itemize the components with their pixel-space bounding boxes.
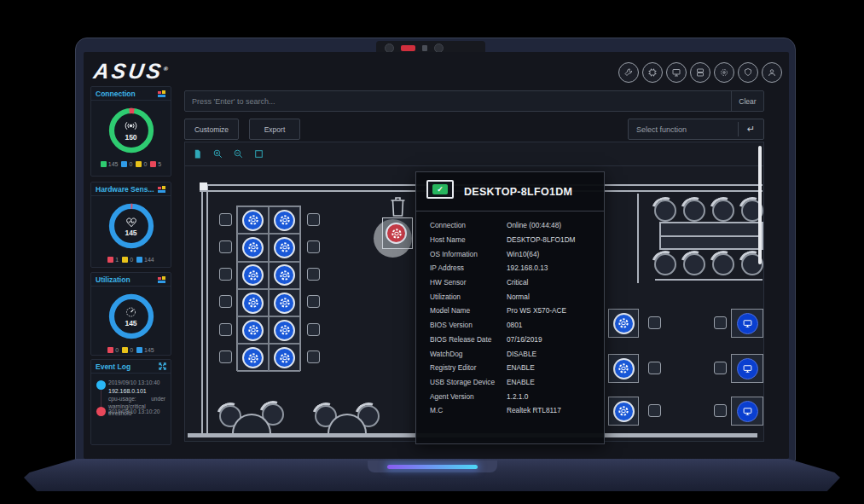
chair xyxy=(714,316,727,329)
device-ok-icon[interactable] xyxy=(242,264,264,286)
device-ok-icon[interactable] xyxy=(242,347,264,368)
panel-connection: Connection 150 xyxy=(90,86,171,177)
hardware-sensor-legend: 1 0 144 xyxy=(107,252,154,266)
zoom-in-icon[interactable] xyxy=(212,148,223,159)
grid-cell xyxy=(269,316,300,344)
heart-pulse-icon xyxy=(125,216,138,228)
device-ok-icon[interactable] xyxy=(274,320,295,341)
connection-total: 150 xyxy=(125,133,136,142)
laptop-base xyxy=(24,459,840,491)
rect-select-icon[interactable] xyxy=(253,148,264,159)
popup-row: HW SensorCritical xyxy=(416,275,604,290)
document-icon[interactable] xyxy=(192,148,203,159)
check-glyph: ✓ xyxy=(432,184,448,194)
export-button[interactable]: Export xyxy=(249,119,300,140)
wall-right-room xyxy=(637,194,639,283)
grid-cell xyxy=(269,234,300,261)
account-icon[interactable] xyxy=(762,62,782,83)
legend-swatch-normal xyxy=(136,257,142,263)
row-value: Normal xyxy=(507,293,530,301)
device-ok-icon[interactable] xyxy=(242,293,264,314)
desk-cell xyxy=(608,354,639,383)
device-table-grid xyxy=(236,206,301,371)
select-function-dropdown[interactable]: Select function ↵ xyxy=(628,119,764,140)
speedometer-icon xyxy=(125,306,137,318)
popup-row: M.CRealtek RTL8117 xyxy=(416,403,604,418)
chair xyxy=(307,295,320,308)
legend-count: 0 xyxy=(129,161,132,167)
device-ok-icon[interactable] xyxy=(242,320,264,341)
row-label: Registry Editor xyxy=(416,363,507,372)
legend-swatch-info xyxy=(121,161,127,167)
device-ok-icon[interactable] xyxy=(242,237,264,258)
row-value: Win10(64) xyxy=(507,250,539,258)
grid-cell xyxy=(269,289,300,316)
device-ok-icon[interactable] xyxy=(274,347,295,368)
mini-chart-icon[interactable] xyxy=(158,186,166,193)
monitor-device-icon[interactable] xyxy=(737,358,758,379)
device-ok-icon[interactable] xyxy=(274,237,295,258)
legend-count: 144 xyxy=(144,257,154,263)
chair xyxy=(714,362,727,374)
legend-count: 0 xyxy=(115,347,119,353)
row-label: Agent Version xyxy=(416,392,507,401)
wall-left xyxy=(201,184,208,435)
popup-row: Registry EditorENABLE xyxy=(416,361,604,375)
expand-icon[interactable] xyxy=(159,362,166,370)
mini-chart-icon[interactable] xyxy=(158,276,166,283)
panel-event-log: Event Log 2019/09/10 13:10:40 192.168.0.… xyxy=(90,359,171,445)
popup-row: WatchDogDISABLE xyxy=(416,346,604,361)
device-ok-icon[interactable] xyxy=(613,358,635,379)
broadcast-icon xyxy=(124,119,138,132)
device-ok-icon[interactable] xyxy=(274,264,295,286)
popup-row: Host NameDESKTOP-8LFO1DM xyxy=(416,233,604,247)
round-chair xyxy=(712,253,734,275)
desk-cell xyxy=(731,309,763,338)
clear-button[interactable]: Clear xyxy=(731,91,763,111)
chair xyxy=(219,240,232,253)
device-ok-icon[interactable] xyxy=(274,210,295,231)
desk-cell xyxy=(608,309,639,338)
monitor-device-icon[interactable] xyxy=(737,401,758,422)
event-timestamp: 2019/09/10 13:10:20 xyxy=(108,408,160,416)
desk-cell xyxy=(731,397,763,426)
zoom-out-icon[interactable] xyxy=(233,148,244,159)
chair xyxy=(219,350,232,363)
hardware-sensor-gauge[interactable]: 145 xyxy=(105,200,158,252)
device-ok-icon[interactable] xyxy=(242,210,264,231)
row-value: Realtek RTL8117 xyxy=(507,406,561,414)
utilization-gauge[interactable]: 145 xyxy=(105,290,158,343)
row-value: Online (00:44:48) xyxy=(507,221,561,229)
event-ip: 192.168.0.101 xyxy=(108,388,165,396)
event-dot-critical xyxy=(96,407,106,416)
desk-cell xyxy=(731,354,763,383)
device-ok-icon[interactable] xyxy=(613,401,635,422)
row-label: HW Sensor xyxy=(416,278,507,287)
grid-cell xyxy=(269,262,300,289)
row-value: 192.168.0.13 xyxy=(507,264,548,272)
map-scrollbar[interactable] xyxy=(758,146,762,264)
utilization-legend: 0 0 145 xyxy=(107,343,154,356)
connection-gauge[interactable]: 150 xyxy=(105,104,158,157)
row-value: 0801 xyxy=(507,321,522,329)
row-label: Host Name xyxy=(416,235,507,244)
search-input[interactable] xyxy=(185,91,731,111)
device-ok-icon[interactable] xyxy=(613,313,635,334)
panel-title: Utilization xyxy=(96,275,130,284)
desk-cell xyxy=(608,397,639,426)
chair xyxy=(307,213,320,226)
trash-icon[interactable] xyxy=(388,195,408,218)
row-label: USB Storage Device xyxy=(416,378,507,386)
mini-chart-icon[interactable] xyxy=(158,90,166,97)
device-critical-icon[interactable] xyxy=(386,223,407,244)
chair xyxy=(307,323,320,336)
monitor-device-icon[interactable] xyxy=(737,313,758,334)
customize-button[interactable]: Customize xyxy=(184,119,239,140)
popup-row: Agent Version1.2.1.0 xyxy=(416,389,604,403)
chair xyxy=(307,350,320,363)
enter-icon: ↵ xyxy=(738,122,763,136)
popup-row: IP Address192.168.0.13 xyxy=(416,261,604,275)
device-ok-icon[interactable] xyxy=(274,293,295,314)
row-label: M.C xyxy=(416,406,507,414)
webcam-privacy-slider xyxy=(401,45,415,51)
